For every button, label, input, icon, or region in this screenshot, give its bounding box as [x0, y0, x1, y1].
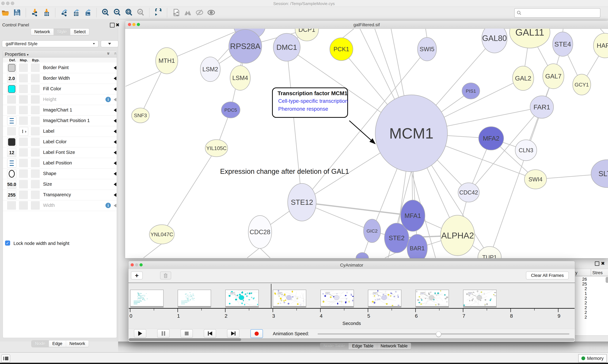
- zoom-out-button[interactable]: [113, 8, 122, 17]
- horizontal-scrollbar[interactable]: [129, 338, 575, 341]
- expand-arrow-icon[interactable]: [114, 77, 116, 80]
- memory-button[interactable]: Memory: [578, 354, 607, 363]
- byp-cell[interactable]: [31, 159, 40, 167]
- expand-all-icon[interactable]: »: [106, 52, 111, 55]
- edge-stub[interactable]: [385, 252, 397, 258]
- byp-cell[interactable]: [31, 180, 40, 188]
- edge-stub[interactable]: [594, 29, 605, 34]
- expand-arrow-icon[interactable]: [114, 151, 116, 155]
- byp-cell[interactable]: [31, 191, 40, 199]
- open-session-button[interactable]: [1, 8, 10, 17]
- delete-frame-button[interactable]: [160, 272, 171, 279]
- import-table-button[interactable]: [42, 8, 51, 17]
- pause-button[interactable]: [157, 329, 170, 338]
- network-window-titlebar[interactable]: galFiltered.sif: [125, 21, 608, 29]
- byp-cell[interactable]: [31, 85, 40, 93]
- def-cell[interactable]: 12: [7, 148, 16, 157]
- table-cell[interactable]: 2: [577, 315, 587, 320]
- network-canvas[interactable]: RPS28BDCP1RPS28ADMC1PCK1MTH1LSM2LSM4SNF3…: [125, 29, 608, 258]
- edge-stub[interactable]: [425, 29, 427, 38]
- table-cell[interactable]: 26: [577, 277, 587, 282]
- tab-network[interactable]: Network: [31, 29, 54, 35]
- expand-arrow-icon[interactable]: [114, 140, 116, 144]
- property-row-border-width[interactable]: 2.0Border Width: [3, 73, 117, 84]
- table-cell[interactable]: 2: [577, 300, 587, 305]
- byp-cell[interactable]: [31, 148, 40, 157]
- animation-speed-slider[interactable]: [318, 333, 569, 335]
- expand-arrow-icon[interactable]: [114, 130, 116, 133]
- export-image-button[interactable]: [83, 8, 92, 17]
- byp-cell[interactable]: [31, 127, 40, 135]
- table-cell[interactable]: 1: [577, 291, 587, 296]
- property-row-shape[interactable]: Shape: [3, 169, 117, 179]
- property-row-image-chart-position-1[interactable]: Image/Chart Position 1: [3, 116, 117, 126]
- def-cell[interactable]: [7, 127, 16, 135]
- map-cell[interactable]: ⋮›: [19, 127, 28, 136]
- float-panel-icon[interactable]: [595, 261, 599, 266]
- frame-thumbnail-7[interactable]: [415, 290, 449, 306]
- refresh-view-button[interactable]: [154, 8, 163, 17]
- property-row-size[interactable]: 50.0Size: [3, 179, 117, 190]
- tab-network-table[interactable]: Network Table: [377, 343, 411, 349]
- properties-header[interactable]: Properties ▾ » »: [3, 51, 117, 58]
- next-button[interactable]: [227, 329, 239, 338]
- def-cell[interactable]: 2.0: [7, 74, 16, 83]
- search-input[interactable]: [523, 11, 600, 16]
- map-cell[interactable]: [19, 95, 28, 104]
- edge-stub[interactable]: [260, 248, 270, 258]
- map-cell[interactable]: [19, 159, 28, 167]
- frame-thumbnail-5[interactable]: [320, 290, 354, 306]
- expand-arrow-icon[interactable]: [114, 87, 116, 91]
- zoom-in-button[interactable]: [101, 8, 110, 17]
- network-from-selection-button[interactable]: [172, 8, 180, 17]
- byp-cell[interactable]: [31, 74, 40, 83]
- edge-stub[interactable]: [341, 29, 363, 39]
- scrollbar-thumb[interactable]: [129, 338, 241, 341]
- expand-arrow-icon[interactable]: [114, 204, 116, 208]
- byp-cell[interactable]: [31, 201, 40, 210]
- expand-arrow-icon[interactable]: [114, 172, 116, 176]
- previous-button[interactable]: [204, 329, 216, 338]
- lock-checkbox[interactable]: ✓: [5, 241, 10, 246]
- expand-arrow-icon[interactable]: [114, 98, 116, 102]
- expand-arrow-icon[interactable]: [114, 161, 116, 165]
- tab-edge-table[interactable]: Edge Table: [349, 343, 377, 349]
- map-cell[interactable]: [19, 64, 28, 72]
- byp-cell[interactable]: [31, 95, 40, 104]
- annotation-box[interactable]: Transcription factor MCM1 Cell-type-spec…: [272, 87, 348, 118]
- play-button[interactable]: [134, 329, 146, 338]
- tab-select[interactable]: Select: [70, 29, 89, 35]
- property-row-label-position[interactable]: Label Position: [3, 158, 117, 169]
- byp-cell[interactable]: [31, 64, 40, 72]
- table-cell[interactable]: 2: [577, 296, 587, 301]
- frame-thumbnail-1[interactable]: [130, 290, 164, 306]
- def-cell[interactable]: [7, 106, 16, 114]
- style-select[interactable]: galFiltered Style: [2, 40, 98, 47]
- def-cell[interactable]: [7, 138, 16, 146]
- table-cell[interactable]: 2: [577, 286, 587, 291]
- timeline[interactable]: Seconds 0123456789: [128, 283, 575, 329]
- stop-button[interactable]: [180, 329, 193, 338]
- property-row-label-font-size[interactable]: 12Label Font Size: [3, 147, 117, 158]
- byp-cell[interactable]: [31, 138, 40, 146]
- frame-thumbnail-6[interactable]: [368, 290, 401, 306]
- zoom-selected-button[interactable]: [136, 8, 145, 17]
- tab-style[interactable]: Style: [54, 29, 70, 35]
- close-panel-icon[interactable]: ✖: [116, 22, 120, 28]
- tab-network[interactable]: Network: [66, 340, 89, 347]
- edge-yil105c-ynl047c[interactable]: [162, 148, 216, 234]
- tab-edge[interactable]: Edge: [49, 340, 66, 347]
- byp-cell[interactable]: [31, 116, 40, 125]
- info-icon[interactable]: i: [105, 203, 111, 208]
- map-cell[interactable]: [19, 74, 28, 83]
- export-table-button[interactable]: [71, 8, 81, 17]
- expand-arrow-icon[interactable]: [114, 182, 116, 186]
- def-cell[interactable]: [7, 116, 16, 125]
- import-network-button[interactable]: [30, 8, 39, 17]
- def-cell[interactable]: [7, 64, 16, 72]
- map-cell[interactable]: [19, 148, 28, 157]
- frame-thumbnail-2[interactable]: [178, 290, 211, 306]
- property-row-label-color[interactable]: Label Color: [3, 137, 117, 147]
- column-divider[interactable]: [591, 269, 591, 276]
- annotation-link[interactable]: Cell-type-specific transcription: [278, 98, 348, 104]
